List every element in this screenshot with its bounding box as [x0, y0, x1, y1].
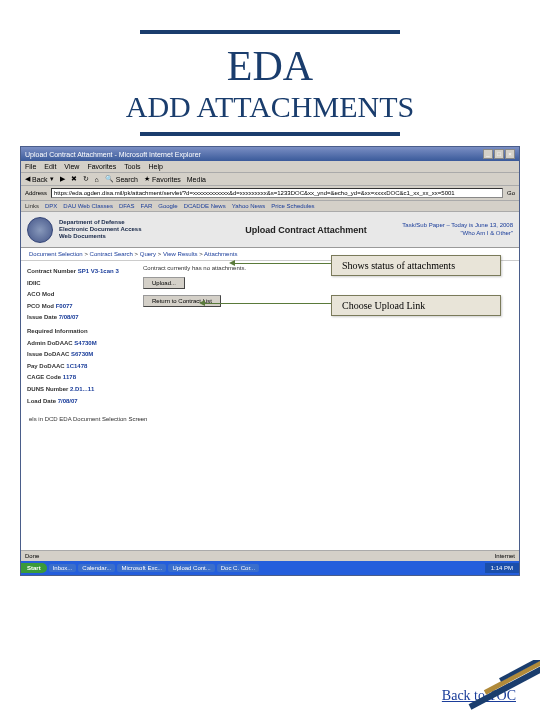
menubar: File Edit View Favorites Tools Help — [21, 161, 519, 173]
maximize-button[interactable]: □ — [494, 149, 504, 159]
callout-upload: Choose Upload Link — [331, 295, 501, 316]
links-label: Links — [25, 203, 39, 209]
link-item[interactable]: Price Schedules — [271, 203, 314, 209]
minimize-button[interactable]: _ — [483, 149, 493, 159]
system-tray[interactable]: 1:14 PM — [485, 563, 519, 573]
task-item[interactable]: Microsoft Exc... — [117, 564, 166, 572]
header-org: Department of Defense Electronic Documen… — [59, 219, 210, 241]
callout-status: Shows status of attachments — [331, 255, 501, 276]
menu-help[interactable]: Help — [149, 163, 163, 170]
rule-top — [140, 30, 400, 34]
corner-decoration — [450, 660, 540, 720]
status-left: Done — [25, 553, 39, 559]
window-titlebar: Upload Contract Attachment - Microsoft I… — [21, 147, 519, 161]
rule-bottom — [140, 132, 400, 136]
menu-view[interactable]: View — [64, 163, 79, 170]
upload-button[interactable]: Upload... — [143, 277, 185, 289]
link-item[interactable]: Google — [158, 203, 177, 209]
menu-tools[interactable]: Tools — [124, 163, 140, 170]
browser-statusbar: Done Internet — [21, 550, 519, 561]
link-item[interactable]: DCADDE News — [184, 203, 226, 209]
favorites-button[interactable]: ★ Favorites — [144, 175, 181, 183]
task-item[interactable]: Upload Cont... — [168, 564, 214, 572]
search-button[interactable]: 🔍 Search — [105, 175, 138, 183]
refresh-button[interactable]: ↻ — [83, 175, 89, 183]
page-title: Upload Contract Attachment — [216, 225, 397, 235]
status-right: Internet — [495, 553, 515, 559]
link-item[interactable]: DPX — [45, 203, 57, 209]
arrow-upload — [201, 303, 351, 304]
crumb[interactable]: View Results — [163, 251, 198, 257]
contract-panel: Contract Number SP1 V3-1can 3 IDIIC ACO … — [27, 265, 137, 406]
start-button[interactable]: Start — [21, 563, 47, 573]
crumb[interactable]: Contract Search — [90, 251, 133, 257]
link-item[interactable]: DFAS — [119, 203, 135, 209]
forward-button[interactable]: ▶ — [60, 175, 65, 183]
go-button[interactable]: Go — [507, 190, 515, 196]
header-right: Task/Sub Paper – Today is June 13, 2008 … — [402, 222, 513, 236]
window-title: Upload Contract Attachment - Microsoft I… — [25, 151, 201, 158]
title-line-1: EDA — [20, 42, 520, 90]
home-button[interactable]: ⌂ — [95, 176, 99, 183]
crumb[interactable]: Document Selection — [29, 251, 83, 257]
slide-title-block: EDA ADD ATTACHMENTS — [20, 30, 520, 136]
mid-panel: Contract currently has no attachments. U… — [143, 265, 513, 406]
footer-note: els in DCD EDA Document Selection Screen — [21, 410, 519, 428]
crumb-current: Attachments — [204, 251, 237, 257]
menu-favorites[interactable]: Favorites — [87, 163, 116, 170]
taskbar: Start Inbox... Calendar... Microsoft Exc… — [21, 561, 519, 575]
stop-button[interactable]: ✖ — [71, 175, 77, 183]
window-buttons: _ □ × — [483, 149, 515, 159]
media-button[interactable]: Media — [187, 176, 206, 183]
page-header: Department of Defense Electronic Documen… — [21, 212, 519, 248]
task-item[interactable]: Inbox... — [49, 564, 77, 572]
browser-window: Upload Contract Attachment - Microsoft I… — [20, 146, 520, 576]
dod-seal-icon — [27, 217, 53, 243]
menu-file[interactable]: File — [25, 163, 36, 170]
close-button[interactable]: × — [505, 149, 515, 159]
title-line-2: ADD ATTACHMENTS — [20, 90, 520, 124]
menu-edit[interactable]: Edit — [44, 163, 56, 170]
crumb[interactable]: Query — [140, 251, 156, 257]
task-item[interactable]: Calendar... — [78, 564, 115, 572]
address-bar: Address Go — [21, 186, 519, 201]
nav-toolbar: ◀ Back ▾ ▶ ✖ ↻ ⌂ 🔍 Search ★ Favorites Me… — [21, 173, 519, 186]
task-item[interactable]: Doc C. Cor... — [217, 564, 259, 572]
address-label: Address — [25, 190, 47, 196]
address-input[interactable] — [51, 188, 503, 198]
back-button[interactable]: ◀ Back ▾ — [25, 175, 54, 183]
return-button[interactable]: Return to Contract List — [143, 295, 221, 307]
link-item[interactable]: DAU Web Classes — [63, 203, 113, 209]
links-bar: Links DPX DAU Web Classes DFAS FAR Googl… — [21, 201, 519, 212]
link-item[interactable]: FAR — [141, 203, 153, 209]
link-item[interactable]: Yahoo News — [232, 203, 266, 209]
body-area: Contract Number SP1 V3-1can 3 IDIIC ACO … — [21, 261, 519, 410]
